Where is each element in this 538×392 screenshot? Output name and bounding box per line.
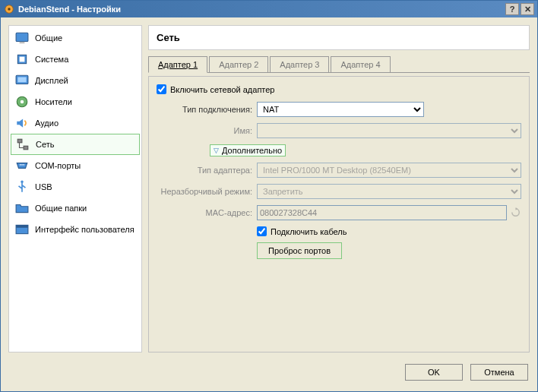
page-header: Сеть [148,25,530,50]
cable-label: Подключить кабель [271,227,347,236]
sidebar-label: Система [35,55,68,64]
name-select [257,123,521,138]
sidebar-item-serial[interactable]: COM-порты [11,155,140,176]
svg-rect-17 [16,225,28,227]
cable-checkbox[interactable] [257,226,267,236]
adapter-type-label: Тип адаптера: [157,166,257,175]
cancel-button[interactable]: Отмена [470,364,528,381]
sidebar-item-usb[interactable]: USB [11,176,140,198]
attached-label: Тип подключения: [157,105,257,114]
advanced-toggle[interactable]: ▽ Дополнительно [210,144,286,156]
sidebar-label: Дисплей [35,76,68,85]
name-label: Имя: [157,126,257,135]
svg-rect-3 [20,43,25,43]
svg-rect-5 [20,57,25,62]
sidebar-item-ui[interactable]: Интерфейс пользователя [11,219,140,240]
sidebar-item-shared[interactable]: Общие папки [11,198,140,219]
enable-adapter-checkbox[interactable] [157,84,166,94]
display-icon [15,74,29,87]
serial-port-icon [15,159,29,172]
enable-adapter-label: Включить сетевой адаптер [170,85,274,94]
svg-point-9 [21,100,24,104]
mac-label: MAC-адрес: [157,208,257,217]
svg-point-14 [23,164,24,166]
promisc-label: Неразборчивый режим: [157,187,257,196]
dialog-footer: OK Отмена [1,360,537,384]
sidebar-label: COM-порты [35,161,81,170]
port-forwarding-button[interactable]: Проброс портов [257,242,342,259]
settings-gear-icon [4,4,14,14]
sidebar-item-system[interactable]: Система [11,49,140,70]
titlebar: DebianStend - Настройки ? ✕ [1,1,537,17]
triangle-down-icon: ▽ [214,147,219,154]
attached-select[interactable]: NAT [257,102,424,117]
adapter-panel: Включить сетевой адаптер Тип подключения… [148,76,530,352]
help-button[interactable]: ? [505,3,519,15]
close-button[interactable]: ✕ [521,3,534,15]
window-title: DebianStend - Настройки [18,5,504,14]
sidebar-label: Аудио [35,119,59,128]
sidebar-label: Интерфейс пользователя [35,225,134,234]
promisc-select: Запретить [257,184,521,199]
adapter-tabs: Адаптер 1 Адаптер 2 Адаптер 3 Адаптер 4 [148,56,530,73]
ui-icon [15,223,29,236]
chip-icon [15,52,29,66]
svg-point-15 [21,181,23,183]
monitor-icon [15,31,29,45]
usb-icon [15,180,29,194]
svg-rect-11 [24,146,28,150]
sidebar: Общие Система Дисплей Носители Аудио Сет… [8,25,142,352]
advanced-label: Дополнительно [222,146,282,155]
tab-adapter-1[interactable]: Адаптер 1 [148,56,207,73]
svg-point-12 [20,164,21,166]
sidebar-label: Сеть [36,140,54,149]
tab-adapter-2[interactable]: Адаптер 2 [209,56,268,72]
ok-button[interactable]: OK [405,364,463,381]
svg-rect-10 [17,139,22,143]
sidebar-item-display[interactable]: Дисплей [11,70,140,91]
refresh-mac-icon[interactable] [510,207,521,219]
svg-rect-7 [17,77,26,83]
mac-input [257,205,507,220]
svg-rect-2 [16,33,28,41]
page-title: Сеть [157,32,521,43]
folder-icon [15,201,29,215]
sidebar-item-network[interactable]: Сеть [11,134,140,155]
sidebar-label: Общие папки [35,204,87,213]
sidebar-label: USB [35,182,52,191]
sidebar-label: Общие [35,33,62,43]
sidebar-item-general[interactable]: Общие [11,27,140,49]
disk-icon [15,95,29,109]
sidebar-item-storage[interactable]: Носители [11,91,140,112]
adapter-type-select: Intel PRO/1000 MT Desktop (82540EM) [257,163,521,178]
tab-adapter-4[interactable]: Адаптер 4 [331,56,390,72]
speaker-icon [15,116,29,130]
svg-point-1 [8,8,11,11]
tab-adapter-3[interactable]: Адаптер 3 [270,56,329,72]
sidebar-item-audio[interactable]: Аудио [11,112,140,134]
svg-point-13 [21,164,23,166]
network-icon [16,138,30,151]
sidebar-label: Носители [35,97,72,106]
